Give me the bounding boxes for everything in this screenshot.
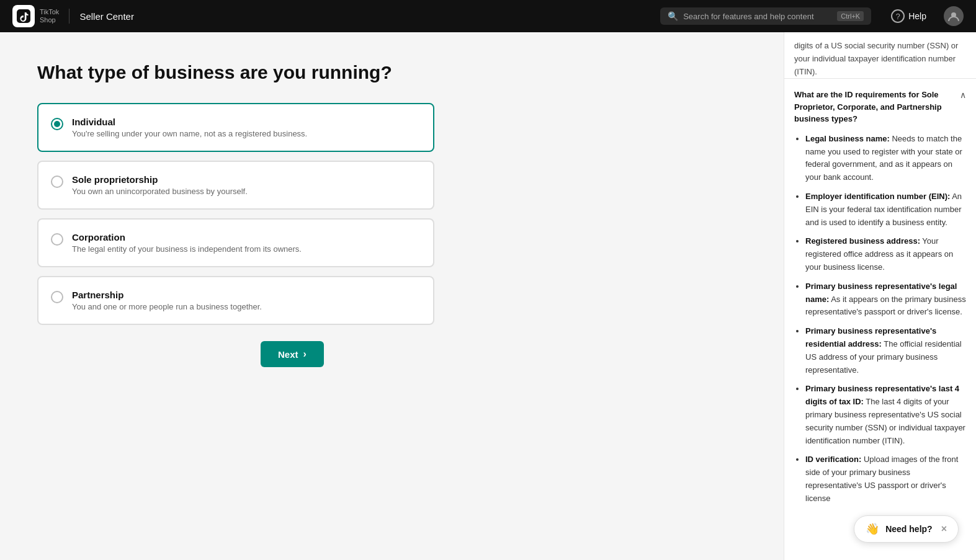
option-texts-partnership: PartnershipYou and one or more people ru… [72, 290, 262, 311]
nav-divider [69, 9, 69, 24]
option-card-individual[interactable]: IndividualYou're selling under your own … [37, 103, 434, 152]
radio-inner-individual [54, 121, 60, 127]
need-help-bubble[interactable]: 👋 Need help? × [854, 515, 959, 543]
radio-sole-proprietorship [51, 176, 63, 188]
option-texts-individual: IndividualYou're selling under your own … [72, 117, 307, 138]
list-item: Employer identification number (EIN): An… [805, 190, 966, 229]
panel-items-list: Legal business name: Needs to match the … [794, 133, 966, 505]
need-help-label: Need help? [885, 524, 932, 534]
right-help-panel: digits of a US social security number (S… [784, 32, 976, 560]
list-item: Primary business representative's reside… [805, 325, 966, 376]
list-item: Legal business name: Needs to match the … [805, 133, 966, 184]
close-icon[interactable]: × [941, 523, 947, 535]
hand-wave-icon: 👋 [866, 522, 879, 536]
business-type-options: IndividualYou're selling under your own … [37, 103, 746, 325]
option-desc-individual: You're selling under your own name, not … [72, 129, 307, 138]
option-desc-corporation: The legal entity of your business is ind… [72, 244, 302, 254]
option-desc-partnership: You and one or more people run a busines… [72, 302, 262, 311]
panel-top-content: digits of a US social security number (S… [794, 40, 966, 78]
next-button[interactable]: Next › [261, 341, 324, 367]
option-texts-corporation: CorporationThe legal entity of your busi… [72, 232, 302, 254]
panel-body: Legal business name: Needs to match the … [794, 133, 966, 505]
radio-individual [51, 118, 63, 130]
user-avatar[interactable] [944, 6, 964, 26]
option-desc-sole-proprietorship: You own an unincorporated business by yo… [72, 187, 248, 196]
option-card-sole-proprietorship[interactable]: Sole proprietorshipYou own an unincorpor… [37, 161, 434, 210]
logo[interactable]: TikTok Shop [12, 5, 59, 27]
page-title: What type of business are you running? [37, 62, 746, 83]
top-navigation: TikTok Shop Seller Center 🔍 Search for f… [0, 0, 976, 32]
help-circle-icon: ? [891, 9, 905, 23]
radio-partnership [51, 291, 63, 303]
option-card-corporation[interactable]: CorporationThe legal entity of your busi… [37, 218, 434, 267]
next-button-label: Next [278, 349, 298, 360]
panel-section-id-requirements: What are the ID requirements for Sole Pr… [784, 78, 976, 518]
option-card-partnership[interactable]: PartnershipYou and one or more people ru… [37, 276, 434, 325]
option-name-sole-proprietorship: Sole proprietorship [72, 174, 248, 185]
brand-name: TikTok Shop [40, 8, 59, 24]
main-content: What type of business are you running? I… [0, 32, 784, 560]
seller-center-label: Seller Center [79, 11, 134, 22]
search-placeholder-text: Search for features and help content [683, 12, 832, 21]
option-name-corporation: Corporation [72, 232, 302, 242]
help-label: Help [908, 11, 926, 21]
help-button[interactable]: ? Help [891, 9, 926, 23]
list-item: Primary business representative's last 4… [805, 383, 966, 447]
list-item: ID verification: Upload images of the fr… [805, 453, 966, 505]
list-item: Registered business address: Your regist… [805, 235, 966, 273]
option-name-individual: Individual [72, 117, 307, 127]
panel-question-text: What are the ID requirements for Sole Pr… [794, 89, 955, 125]
option-texts-sole-proprietorship: Sole proprietorshipYou own an unincorpor… [72, 174, 248, 196]
list-item: Primary business representative's legal … [805, 280, 966, 319]
chevron-up-icon: ∧ [960, 90, 966, 100]
search-bar[interactable]: 🔍 Search for features and help content C… [660, 7, 871, 25]
panel-top-text: digits of a US social security number (S… [784, 32, 976, 78]
next-arrow-icon: › [303, 349, 307, 360]
radio-corporation [51, 233, 63, 246]
search-icon: 🔍 [668, 11, 678, 21]
option-name-partnership: Partnership [72, 290, 262, 300]
panel-question-toggle[interactable]: What are the ID requirements for Sole Pr… [794, 89, 966, 125]
search-shortcut: Ctrl+K [837, 11, 864, 21]
page-body: What type of business are you running? I… [0, 32, 976, 560]
tiktok-icon [12, 5, 35, 27]
